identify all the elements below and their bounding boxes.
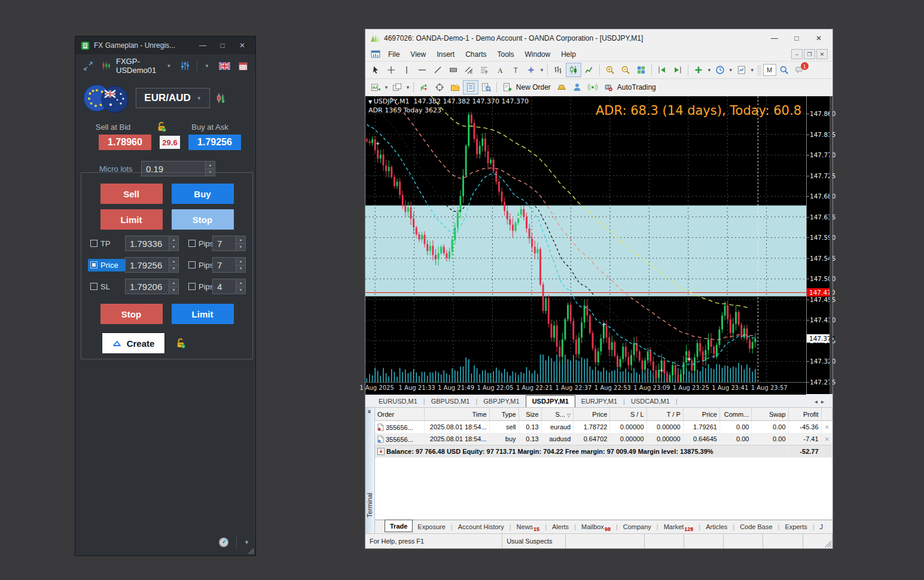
fx-minimize-button[interactable]: — <box>195 41 211 50</box>
autotrading-icon[interactable] <box>600 80 616 94</box>
price-pips-checkbox[interactable]: Pips <box>186 259 212 271</box>
buy-button[interactable]: Buy <box>172 184 234 204</box>
sl-checkbox-box[interactable] <box>90 283 97 290</box>
chart-tab-scroll-arrows[interactable]: ◂▸ <box>810 398 832 407</box>
terminal-tab-code-base[interactable]: Code Base <box>735 522 777 532</box>
terminal-tab-account-history[interactable]: Account History <box>453 522 509 532</box>
price-chart[interactable] <box>365 96 806 382</box>
dropdown-caret-icon[interactable]: ▼ <box>728 68 733 73</box>
col-header-1[interactable]: Time <box>425 408 490 421</box>
col-header-3[interactable]: Size <box>519 408 541 421</box>
candles-chart-icon[interactable] <box>566 63 581 77</box>
menu-insert[interactable]: Insert <box>431 49 460 60</box>
zoom-in-icon[interactable] <box>602 63 618 77</box>
expand-icon[interactable] <box>83 61 93 71</box>
tp-checkbox-box[interactable] <box>90 240 97 247</box>
terminal-tab-company[interactable]: Company <box>618 522 656 532</box>
dropdown-caret-icon[interactable]: ▼ <box>707 68 712 73</box>
timeframes-clock-icon[interactable] <box>712 63 728 77</box>
tp-pips-checkbox[interactable]: Pips <box>186 237 212 250</box>
sell-button[interactable]: Sell <box>100 184 163 204</box>
timeframe-m-button[interactable]: M <box>763 64 776 76</box>
child-window-icon[interactable] <box>371 50 380 59</box>
panel-bottom-caret-icon[interactable]: ▼ <box>244 539 249 545</box>
sl-checkbox[interactable]: SL <box>88 280 125 293</box>
new-order-icon[interactable] <box>499 80 515 94</box>
chart-shift-icon[interactable] <box>670 63 685 77</box>
search-icon[interactable] <box>776 63 792 77</box>
create-lock-icon[interactable] <box>175 338 186 349</box>
target-icon[interactable] <box>432 80 447 94</box>
child-restore-button[interactable]: ❐ <box>804 49 815 59</box>
menu-window[interactable]: Window <box>520 49 556 60</box>
new-order-icon-label[interactable]: New Order <box>516 83 551 91</box>
fx-resize-grip[interactable] <box>248 548 254 554</box>
channel-icon[interactable]: E <box>461 63 477 77</box>
uk-flag-icon[interactable] <box>219 62 230 70</box>
vline-icon[interactable] <box>399 63 414 77</box>
chart-tab-usdcad[interactable]: USDCAD,M1 <box>625 396 676 407</box>
terminal-tab-alerts[interactable]: Alerts <box>547 522 574 532</box>
chart-tab-eurjpy[interactable]: EURJPY,M1 <box>575 396 623 407</box>
tp-price-input[interactable]: 1.79336▲▼ <box>125 236 179 251</box>
limit-button-bottom[interactable]: Limit <box>172 304 234 324</box>
symbol-select[interactable]: EUR/AUD ▼ <box>136 88 210 108</box>
close-position-icon[interactable]: ✕ <box>825 436 830 442</box>
col-header-9[interactable]: Comm... <box>719 408 752 421</box>
fibonacci-icon[interactable]: F <box>477 63 492 77</box>
menu-view[interactable]: View <box>405 49 431 60</box>
auto-scroll-icon[interactable] <box>654 63 670 77</box>
shapes-icon[interactable] <box>523 63 539 77</box>
indicators-icon[interactable] <box>691 63 706 77</box>
col-header-11[interactable]: Profit <box>788 408 821 421</box>
broadcast-icon[interactable] <box>585 80 600 94</box>
autotrading-icon-label[interactable]: AutoTrading <box>617 83 656 91</box>
dropdown-caret-icon[interactable]: ▼ <box>384 85 389 90</box>
limit-button-top[interactable]: Limit <box>100 209 163 230</box>
panel-clock-icon[interactable] <box>218 537 229 548</box>
hline-icon[interactable] <box>414 63 430 77</box>
col-header-6[interactable]: S / L <box>610 408 647 421</box>
terminal-tab-j[interactable]: J <box>815 522 828 532</box>
account-selector[interactable]: FXGP-USDemo01 <box>116 57 161 75</box>
terminal-tab-exposure[interactable]: Exposure <box>413 522 450 532</box>
rectangle-icon[interactable] <box>446 63 461 77</box>
close-position-icon[interactable]: ✕ <box>825 424 830 431</box>
bars-chart-icon[interactable] <box>550 63 566 77</box>
chart-tab-gbpusd[interactable]: GBPUSD,M1 <box>425 396 476 407</box>
market-watch-icon[interactable] <box>463 80 478 94</box>
label-icon[interactable]: T <box>508 63 523 77</box>
new-chart-icon[interactable] <box>368 80 383 94</box>
terminal-tab-articles[interactable]: Articles <box>701 522 732 532</box>
chart-tab-gbpjpy[interactable]: GBPJPY,M1 <box>477 396 525 407</box>
symbol-chart-icon[interactable] <box>216 93 225 103</box>
templates-icon[interactable] <box>734 63 749 77</box>
child-close-button[interactable]: ✕ <box>816 49 828 59</box>
col-header-2[interactable]: Type <box>489 408 519 421</box>
col-header-5[interactable]: Price <box>574 408 610 421</box>
menu-help[interactable]: Help <box>556 49 581 60</box>
menu-file[interactable]: File <box>383 49 405 60</box>
chart-tab-usdjpy[interactable]: USDJPY,M1 <box>526 395 575 407</box>
price-axis[interactable]: 147.860147.815147.770147.725147.680147.6… <box>806 96 830 394</box>
mt5-minimize-button[interactable]: — <box>766 34 783 42</box>
mt5-close-button[interactable]: ✕ <box>810 34 828 42</box>
text-icon[interactable]: A <box>492 63 508 77</box>
tile-windows-icon[interactable] <box>633 63 649 77</box>
dropdown-caret-icon[interactable]: ▼ <box>750 68 755 73</box>
child-minimize-button[interactable]: – <box>791 49 803 59</box>
crosshair-icon[interactable] <box>383 63 399 77</box>
col-header-8[interactable]: Price <box>683 408 719 421</box>
ask-price-button[interactable]: 1.79256 <box>188 135 241 150</box>
menu-charts[interactable]: Charts <box>460 49 492 60</box>
dropdown-caret-icon[interactable]: ▼ <box>539 68 544 73</box>
col-header-7[interactable]: T / P <box>647 408 683 421</box>
stop-button-bottom[interactable]: Stop <box>100 304 163 324</box>
fx-close-button[interactable]: ✕ <box>234 41 250 50</box>
time-axis[interactable]: 1 Aug 20251 Aug 21:331 Aug 21:491 Aug 22… <box>365 382 806 395</box>
mt5-resize-grip[interactable] <box>825 541 832 548</box>
account-caret-icon[interactable]: ▼ <box>166 63 171 69</box>
sliders-icon[interactable] <box>181 61 190 71</box>
zoom-out-icon[interactable] <box>618 63 633 77</box>
terminal-tab-news[interactable]: News15 <box>512 522 545 532</box>
